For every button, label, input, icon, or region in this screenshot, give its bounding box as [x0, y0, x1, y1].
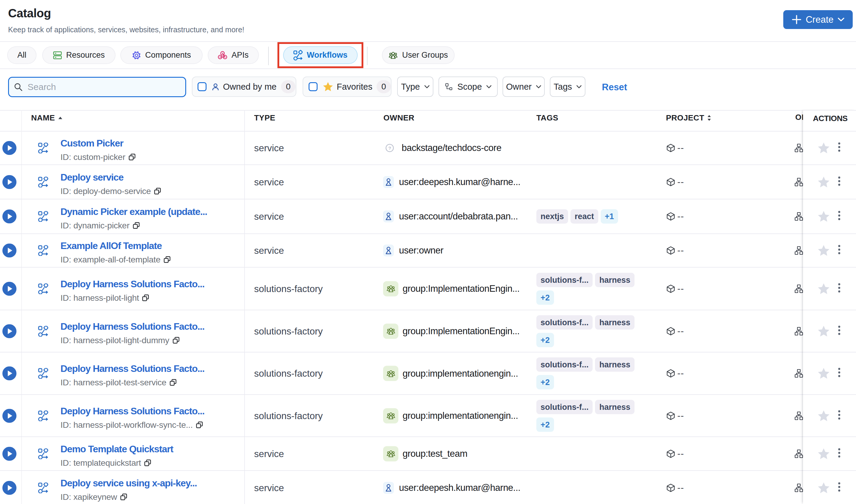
svg-text:?: ?	[389, 146, 391, 151]
